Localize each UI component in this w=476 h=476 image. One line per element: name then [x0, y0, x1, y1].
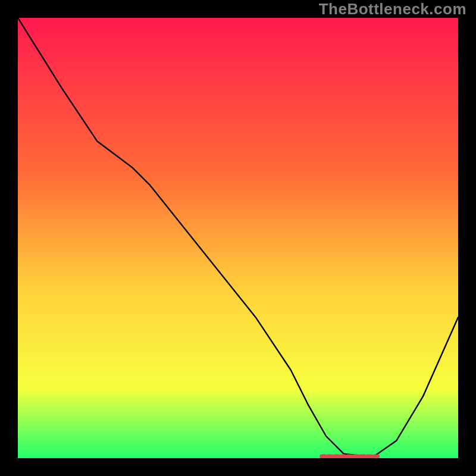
watermark-text: TheBottleneck.com — [319, 0, 466, 18]
bottleneck-chart — [18, 18, 458, 458]
gradient-background — [18, 18, 458, 458]
chart-frame: TheBottleneck.com — [0, 0, 476, 476]
